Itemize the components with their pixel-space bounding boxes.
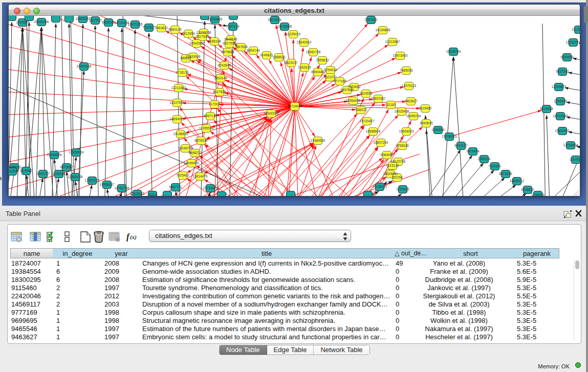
svg-text:1145194: 1145194	[53, 172, 66, 176]
svg-text:15716485: 15716485	[203, 186, 218, 190]
svg-text:6479197: 6479197	[454, 144, 468, 147]
svg-text:10654112: 10654112	[510, 179, 525, 183]
svg-text:8427552: 8427552	[213, 90, 226, 94]
svg-text:1527602: 1527602	[89, 18, 102, 22]
svg-text:14099489: 14099489	[184, 161, 199, 165]
svg-text:19654923: 19654923	[399, 129, 414, 133]
svg-text:8215958: 8215958	[540, 107, 553, 111]
svg-text:8875685: 8875685	[221, 50, 234, 54]
svg-text:18807249: 18807249	[374, 141, 388, 144]
svg-text:7632621: 7632621	[488, 164, 502, 168]
svg-text:2803144: 2803144	[214, 76, 227, 80]
svg-text:7625402: 7625402	[176, 173, 189, 177]
svg-text:9327500: 9327500	[195, 35, 209, 38]
svg-text:17957275: 17957275	[85, 179, 100, 182]
svg-text:19218506: 19218506	[277, 25, 292, 28]
svg-text:16053809: 16053809	[208, 17, 223, 21]
svg-text:10648784: 10648784	[446, 50, 461, 53]
svg-text:1753426: 1753426	[396, 187, 409, 191]
svg-text:7515527: 7515527	[142, 26, 156, 29]
svg-text:5312: 5312	[149, 193, 157, 196]
svg-text:7463822: 7463822	[155, 26, 168, 30]
svg-text:10671355: 10671355	[128, 23, 143, 26]
svg-text:2942757: 2942757	[36, 172, 50, 176]
svg-text:15751074: 15751074	[566, 40, 580, 44]
svg-text:11120047: 11120047	[572, 28, 580, 31]
svg-text:1167533: 1167533	[570, 158, 580, 161]
svg-text:11325419: 11325419	[286, 32, 301, 36]
svg-text:6794024: 6794024	[324, 68, 337, 72]
svg-text:11355594: 11355594	[199, 126, 214, 130]
svg-text:15692901: 15692901	[555, 129, 570, 133]
svg-text:10719155: 10719155	[115, 21, 129, 25]
svg-text:10543382: 10543382	[189, 41, 204, 45]
svg-text:17016504: 17016504	[563, 143, 578, 147]
svg-text:2935114: 2935114	[478, 157, 491, 161]
svg-text:9146821: 9146821	[260, 53, 273, 57]
svg-text:12213383: 12213383	[171, 86, 186, 90]
svg-text:1588520: 1588520	[272, 55, 286, 59]
svg-text:19384554: 19384554	[311, 139, 325, 142]
svg-text:8878332: 8878332	[194, 139, 208, 142]
svg-text:62160: 62160	[386, 103, 396, 106]
svg-text:16495764: 16495764	[406, 114, 421, 118]
svg-text:8186328: 8186328	[208, 39, 221, 43]
svg-text:252254: 252254	[391, 176, 403, 179]
svg-text:12923445: 12923445	[130, 192, 145, 195]
svg-text:2087682: 2087682	[364, 18, 378, 21]
svg-text:417004: 417004	[209, 102, 220, 106]
svg-text:9463627: 9463627	[404, 99, 418, 103]
svg-text:7357224: 7357224	[226, 25, 239, 28]
svg-text:15720407: 15720407	[360, 119, 375, 123]
svg-text:10025458: 10025458	[395, 110, 409, 113]
svg-text:1615132: 1615132	[386, 164, 399, 167]
svg-text:9975887: 9975887	[60, 165, 73, 169]
svg-text:8822037: 8822037	[285, 61, 298, 64]
svg-text:9084067: 9084067	[380, 153, 394, 157]
svg-text:9699695: 9699695	[420, 121, 433, 125]
svg-text:19166829: 19166829	[173, 132, 188, 136]
svg-text:20206526: 20206526	[47, 153, 62, 157]
svg-text:8990448: 8990448	[311, 70, 324, 74]
svg-text:1730426: 1730426	[531, 193, 545, 196]
svg-text:7955812: 7955812	[316, 58, 329, 62]
svg-text:1362615: 1362615	[298, 65, 311, 69]
svg-text:10046758: 10046758	[178, 146, 193, 150]
svg-text:9227342: 9227342	[556, 70, 569, 73]
svg-text:12213987: 12213987	[385, 40, 400, 43]
svg-text:12505135: 12505135	[68, 175, 83, 179]
svg-text:8660124: 8660124	[168, 28, 182, 31]
svg-text:10807487: 10807487	[371, 97, 386, 100]
svg-text:6466160: 6466160	[102, 20, 115, 24]
svg-text:(x): (x)	[130, 234, 137, 240]
svg-text:9777169: 9777169	[333, 79, 346, 83]
svg-text:19358923: 19358923	[442, 135, 457, 138]
svg-text:19958187: 19958187	[100, 183, 115, 186]
svg-text:12975115: 12975115	[402, 84, 417, 87]
svg-text:9245652: 9245652	[521, 188, 534, 191]
svg-text:9329966: 9329966	[560, 55, 574, 59]
svg-text:1115682: 1115682	[20, 169, 33, 172]
svg-text:1244415: 1244415	[554, 99, 567, 103]
svg-text:26265061: 26265061	[9, 165, 22, 169]
svg-text:13524851: 13524851	[383, 172, 398, 176]
svg-text:8813054: 8813054	[268, 18, 281, 21]
svg-text:8471676: 8471676	[499, 172, 512, 176]
svg-text:18300295: 18300295	[264, 112, 279, 115]
svg-text:2718176: 2718176	[176, 71, 189, 74]
svg-text:15640910: 15640910	[297, 40, 312, 44]
svg-text:9327508: 9327508	[223, 41, 236, 45]
svg-text:9242848: 9242848	[217, 63, 231, 67]
svg-text:14136141: 14136141	[373, 185, 387, 188]
svg-text:16914479: 16914479	[193, 174, 208, 178]
svg-text:23226058: 23226058	[197, 31, 211, 34]
svg-text:17359924: 17359924	[69, 150, 84, 154]
svg-text:10688609: 10688609	[366, 129, 381, 133]
svg-text:9115460: 9115460	[419, 106, 432, 110]
svg-text:7485063: 7485063	[400, 69, 413, 72]
svg-text:12093873: 12093873	[552, 85, 567, 89]
svg-text:16961758: 16961758	[306, 50, 321, 54]
svg-text:8454749: 8454749	[247, 49, 260, 52]
svg-text:391594: 391594	[9, 169, 18, 173]
svg-text:20053346: 20053346	[77, 64, 92, 68]
